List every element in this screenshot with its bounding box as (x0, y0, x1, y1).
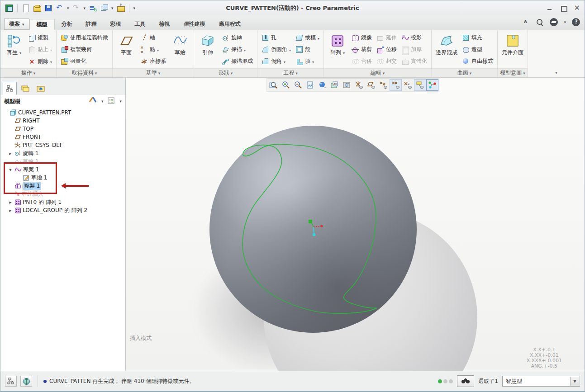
delete-button[interactable]: ×刪除 (26, 56, 54, 67)
datum-plane-button[interactable]: 平面 (115, 32, 138, 67)
learning-dropdown-icon[interactable] (564, 20, 566, 24)
pattern-button[interactable]: 陣列 (326, 32, 349, 67)
group-label-model-intent[interactable]: 模型意圖 (498, 68, 528, 77)
tab-analysis[interactable]: 分析 (55, 19, 79, 30)
project-button[interactable]: 投影 (400, 32, 429, 43)
group-label-operations[interactable]: 操作 (0, 68, 56, 77)
filter-dropdown-icon[interactable] (570, 377, 579, 386)
tab-applications[interactable]: 應用程式 (212, 19, 247, 30)
tag-display-button[interactable] (414, 79, 426, 91)
shell-button[interactable]: 殼 (294, 44, 321, 55)
mirror-button[interactable]: 鏡像 (350, 32, 374, 43)
expand-icon[interactable] (8, 151, 13, 156)
shrinkwrap-button[interactable]: 羽量化 (59, 56, 110, 67)
spin-center-button[interactable] (426, 79, 438, 91)
window-switch-icon[interactable] (100, 4, 108, 12)
favorites-tab[interactable]: ✱ (33, 82, 48, 95)
customize-qat-icon[interactable] (133, 6, 136, 10)
group-label-datum[interactable]: 基準 (113, 68, 194, 77)
zoom-out-button[interactable] (292, 79, 304, 91)
extrude-button[interactable]: 引伸 (196, 32, 219, 67)
tree-item-csys[interactable]: xx PRT_CSYS_DEF (0, 141, 125, 149)
tree-item-pattern1[interactable]: PNT0 的 陣列 1 (0, 198, 125, 206)
new-file-icon[interactable] (22, 4, 30, 12)
undo-dropdown-icon[interactable] (67, 6, 69, 10)
tab-tools[interactable]: 工具 (128, 19, 152, 30)
maximize-button[interactable] (560, 5, 566, 11)
group-label-get-data[interactable]: 取得資料 (57, 68, 112, 77)
tab-annotate[interactable]: 註釋 (79, 19, 104, 30)
help-icon[interactable] (572, 18, 580, 26)
tab-view[interactable]: 檢視 (152, 19, 177, 30)
revolve-button[interactable]: 旋轉 (220, 32, 255, 43)
freestyle-button[interactable]: 自由樣式 (460, 56, 495, 67)
tab-render[interactable]: 彩現 (104, 19, 128, 30)
view-manager-button[interactable] (341, 79, 353, 91)
close-window-icon[interactable] (117, 4, 125, 12)
collapse-ribbon-icon[interactable] (522, 18, 530, 26)
trim-button[interactable]: 裁剪 (350, 44, 374, 55)
hole-button[interactable]: 孔 (260, 32, 293, 43)
tree-item-pattern2[interactable]: LOCAL_GROUP 的 陣列 2 (0, 206, 125, 214)
tree-item-sketch-child[interactable]: 草繪 1 (0, 174, 125, 182)
file-menu-button[interactable]: 檔案 (4, 19, 29, 30)
toggle-model-tree-button[interactable] (5, 376, 17, 387)
datum-planes-display-button[interactable] (365, 79, 377, 91)
graphics-area[interactable]: AB z 插入模式 X.X+-0.1 X.XX+-0.01 X.XXX+-0.0… (126, 78, 585, 371)
copy-button[interactable]: 複製 (26, 32, 54, 43)
group-label-engineering[interactable]: 工程 (257, 68, 323, 77)
boundary-blend-button[interactable]: 邊界混成 (434, 32, 459, 67)
learning-center-icon[interactable] (550, 18, 558, 26)
save-icon[interactable] (44, 4, 52, 12)
zoom-fit-button[interactable] (267, 79, 280, 91)
tree-item-revolve[interactable]: 旋轉 1 (0, 149, 125, 157)
csys-display-button[interactable] (390, 79, 402, 91)
sketch-button[interactable]: 草繪 (169, 32, 191, 67)
group-label-editing[interactable]: 編輯 (324, 68, 431, 77)
zoom-in-button[interactable] (280, 79, 292, 91)
datum-axes-display-button[interactable] (353, 79, 365, 91)
repaint-button[interactable] (304, 79, 316, 91)
fill-button[interactable]: 填充 (460, 32, 495, 43)
datum-csys-button[interactable]: 座標系 (138, 56, 168, 67)
udf-button[interactable]: 使用者定義特徵 (59, 32, 110, 43)
tree-item-right[interactable]: RIGHT (0, 117, 125, 125)
tree-show-icon[interactable] (108, 97, 115, 106)
collapse-icon[interactable] (8, 168, 13, 172)
tree-item-project[interactable]: 專案 1 (0, 165, 125, 174)
expand-icon[interactable] (8, 208, 13, 213)
tab-model[interactable]: 模型 (29, 19, 55, 30)
rib-button[interactable]: 肋 (294, 56, 321, 67)
tree-item-sketch-suppressed[interactable]: 草繪 1 (0, 157, 125, 165)
find-button[interactable] (457, 375, 474, 387)
tab-flexible-modeling[interactable]: 彈性建模 (177, 19, 212, 30)
draft-button[interactable]: 拔模 (294, 32, 321, 43)
toggle-browser-button[interactable] (20, 376, 32, 387)
undo-icon[interactable] (56, 4, 64, 12)
chamfer-button[interactable]: 倒角 (260, 56, 293, 67)
open-file-icon[interactable] (33, 4, 41, 12)
swept-blend-button[interactable]: 掃描混成 (220, 56, 255, 67)
window-dropdown-icon[interactable] (111, 6, 114, 10)
close-button[interactable] (574, 5, 580, 11)
datum-axis-button[interactable]: 軸 (138, 32, 168, 43)
regenerate-icon[interactable] (89, 4, 97, 12)
tree-item-copy-selected[interactable]: 複製 1 (0, 182, 125, 190)
regenerate-button[interactable]: 再生 (3, 32, 25, 67)
round-button[interactable]: 倒圓角 (260, 44, 293, 55)
tree-show-dropdown-icon[interactable] (119, 99, 122, 104)
tree-item-insert-here[interactable]: 在此插入 (0, 190, 125, 198)
group-label-shapes[interactable]: 形狀 (194, 68, 257, 77)
copy-geometry-button[interactable]: 複製幾何 (59, 44, 110, 55)
datum-point-button[interactable]: 點 (138, 44, 168, 55)
command-search-icon[interactable] (536, 18, 544, 26)
tree-settings-icon[interactable] (89, 97, 97, 106)
model-tree-tab[interactable] (3, 82, 17, 95)
offset-button[interactable]: 位移 (375, 44, 399, 55)
minimize-button[interactable] (547, 5, 553, 11)
folder-browser-tab[interactable] (18, 82, 32, 95)
tree-item-front[interactable]: FRONT (0, 133, 125, 141)
group-label-surfaces[interactable]: 曲面 (432, 68, 497, 77)
style-button[interactable]: 造型 (460, 44, 495, 55)
display-style-button[interactable] (316, 79, 328, 91)
